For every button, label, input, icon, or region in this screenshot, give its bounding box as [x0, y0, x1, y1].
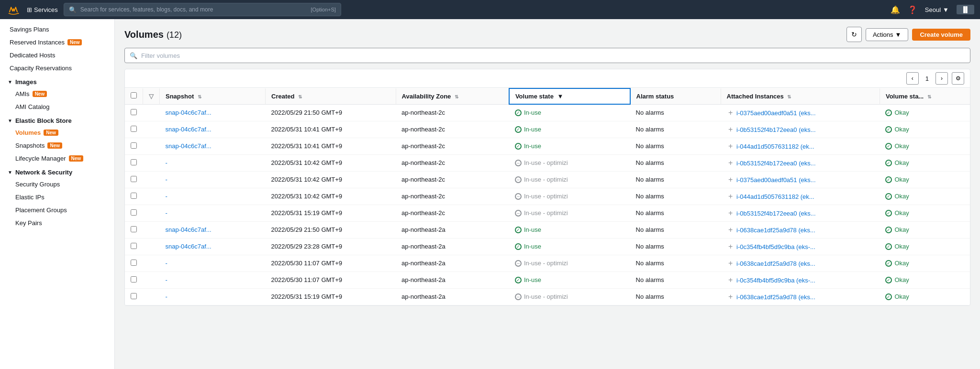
row-checkbox-11[interactable]	[131, 293, 137, 299]
attached-instance-link[interactable]: i-0b53152f4b172eea0 (eks...	[736, 160, 816, 167]
sidebar-section-network[interactable]: ▼ Network & Security	[0, 165, 114, 178]
add-attached-icon[interactable]: +	[726, 276, 735, 284]
aws-logo[interactable]	[6, 2, 21, 17]
th-az[interactable]: Availability Zone ⇅	[396, 88, 509, 104]
sidebar-item-savings-plans[interactable]: Savings Plans	[0, 23, 114, 36]
row-checkbox-9[interactable]	[131, 260, 137, 266]
row-az: ap-northeast-2c	[396, 188, 509, 205]
row-expand-cell[interactable]	[143, 104, 160, 121]
bell-icon[interactable]: 🔔	[891, 5, 900, 14]
help-icon[interactable]: ❓	[908, 5, 917, 14]
row-expand-cell[interactable]	[143, 154, 160, 171]
th-snapshot[interactable]: Snapshot ⇅	[160, 88, 266, 104]
add-attached-icon[interactable]: +	[726, 175, 735, 184]
sidebar-item-snapshots[interactable]: Snapshots New	[0, 139, 114, 152]
search-input[interactable]	[80, 6, 307, 13]
row-checkbox-6[interactable]	[131, 209, 137, 216]
attached-instance-link[interactable]: i-044ad1d5057631182 (ek...	[736, 193, 814, 200]
row-checkbox-cell	[125, 171, 143, 188]
account-button[interactable]: ▐▌	[957, 5, 974, 14]
row-checkbox-8[interactable]	[131, 243, 137, 249]
pagination-next-button[interactable]: ›	[935, 72, 948, 85]
sidebar-item-ami-catalog[interactable]: AMI Catalog	[0, 100, 114, 113]
row-expand-cell[interactable]	[143, 205, 160, 221]
th-filter-arrow[interactable]: ▽	[143, 88, 160, 104]
th-alarm-label: Alarm status	[636, 93, 674, 100]
attached-instance-link[interactable]: i-0b53152f4b172eea0 (eks...	[736, 210, 816, 217]
add-attached-icon[interactable]: +	[726, 226, 735, 234]
select-all-checkbox[interactable]	[131, 92, 137, 98]
actions-button[interactable]: Actions ▼	[866, 28, 909, 41]
row-expand-cell[interactable]	[143, 138, 160, 154]
row-expand-cell[interactable]	[143, 121, 160, 138]
th-volume-state[interactable]: Volume state ▼	[509, 88, 630, 104]
row-checkbox-7[interactable]	[131, 226, 137, 232]
sidebar-section-images[interactable]: ▼ Images	[0, 75, 114, 87]
filter-bar[interactable]: 🔍	[124, 48, 970, 63]
add-attached-icon[interactable]: +	[726, 259, 735, 267]
row-expand-cell[interactable]	[143, 221, 160, 238]
sidebar-item-security-groups[interactable]: Security Groups	[0, 178, 114, 191]
attached-instance-link[interactable]: i-0638cae1df25a9d78 (eks...	[736, 293, 815, 301]
add-attached-icon[interactable]: +	[726, 125, 735, 133]
create-volume-button[interactable]: Create volume	[912, 29, 970, 41]
region-button[interactable]: Seoul ▼	[925, 6, 949, 13]
row-checkbox-0[interactable]	[131, 109, 137, 115]
attached-instance-link[interactable]: i-0638cae1df25a9d78 (eks...	[736, 227, 815, 234]
row-alarm-status: No alarms	[630, 255, 721, 271]
th-volume-status[interactable]: Volume sta... ⇅	[880, 88, 970, 104]
row-snapshot: -	[160, 255, 266, 271]
sidebar-item-amis[interactable]: AMIs New	[0, 87, 114, 100]
th-alarm-status[interactable]: Alarm status	[630, 88, 721, 104]
attached-instance-link[interactable]: i-0638cae1df25a9d78 (eks...	[736, 260, 815, 267]
add-attached-icon[interactable]: +	[726, 142, 735, 150]
refresh-button[interactable]: ↻	[846, 27, 862, 42]
sidebar-item-elastic-ips[interactable]: Elastic IPs	[0, 191, 114, 204]
attached-instance-link[interactable]: i-044ad1d5057631182 (ek...	[736, 143, 814, 150]
sidebar-dedicated-hosts-label: Dedicated Hosts	[10, 52, 55, 59]
sidebar-section-ebs[interactable]: ▼ Elastic Block Store	[0, 113, 114, 126]
sidebar-item-volumes[interactable]: Volumes New	[0, 126, 114, 139]
services-button[interactable]: ⊞ Services	[27, 6, 58, 13]
row-expand-cell[interactable]	[143, 255, 160, 271]
row-expand-cell[interactable]	[143, 271, 160, 288]
attached-instance-link[interactable]: i-0375aed00aedf0a51 (eks...	[736, 176, 816, 184]
row-checkbox-3[interactable]	[131, 159, 137, 165]
add-attached-icon[interactable]: +	[726, 242, 735, 250]
add-attached-icon[interactable]: +	[726, 293, 735, 301]
table-row: - 2022/05/30 11:07 GMT+9 ap-northeast-2a…	[125, 271, 970, 288]
add-attached-icon[interactable]: +	[726, 192, 735, 200]
add-attached-icon[interactable]: +	[726, 109, 735, 117]
row-expand-cell[interactable]	[143, 288, 160, 305]
sidebar-item-placement-groups[interactable]: Placement Groups	[0, 204, 114, 217]
row-expand-cell[interactable]	[143, 238, 160, 255]
created-sort-icon: ⇅	[298, 94, 302, 99]
attached-instance-link[interactable]: i-0c354fb4bf5d9c9ba (eks-...	[736, 243, 815, 250]
add-attached-icon[interactable]: +	[726, 209, 735, 217]
pagination-prev-button[interactable]: ‹	[906, 72, 919, 85]
sidebar-item-reserved-instances[interactable]: Reserved Instances New	[0, 36, 114, 49]
attached-instance-link[interactable]: i-0c354fb4bf5d9c9ba (eks-...	[736, 277, 815, 284]
sidebar-item-dedicated-hosts[interactable]: Dedicated Hosts	[0, 49, 114, 62]
row-expand-cell[interactable]	[143, 171, 160, 188]
add-attached-icon[interactable]: +	[726, 159, 735, 167]
search-bar[interactable]: 🔍 [Option+S]	[64, 3, 341, 16]
row-expand-cell[interactable]	[143, 188, 160, 205]
table-row: snap-04c6c7af... 2022/05/29 23:28 GMT+9 …	[125, 238, 970, 255]
sidebar-item-key-pairs[interactable]: Key Pairs	[0, 217, 114, 229]
row-checkbox-2[interactable]	[131, 142, 137, 149]
row-checkbox-5[interactable]	[131, 193, 137, 199]
sidebar-item-capacity-reservations[interactable]: Capacity Reservations	[0, 62, 114, 75]
sidebar-item-lifecycle-manager[interactable]: Lifecycle Manager New	[0, 152, 114, 165]
okay-icon	[885, 260, 892, 267]
filter-input[interactable]	[141, 52, 965, 59]
row-checkbox-10[interactable]	[131, 276, 137, 282]
th-created[interactable]: Created ⇅	[266, 88, 396, 104]
nav-right: 🔔 ❓ Seoul ▼ ▐▌	[891, 5, 974, 14]
row-checkbox-1[interactable]	[131, 126, 137, 132]
settings-button[interactable]: ⚙	[952, 72, 964, 85]
attached-instance-link[interactable]: i-0b53152f4b172eea0 (eks...	[736, 126, 816, 133]
th-attached-instances[interactable]: Attached Instances ⇅	[721, 88, 880, 104]
attached-instance-link[interactable]: i-0375aed00aedf0a51 (eks...	[736, 109, 816, 117]
row-checkbox-4[interactable]	[131, 176, 137, 182]
